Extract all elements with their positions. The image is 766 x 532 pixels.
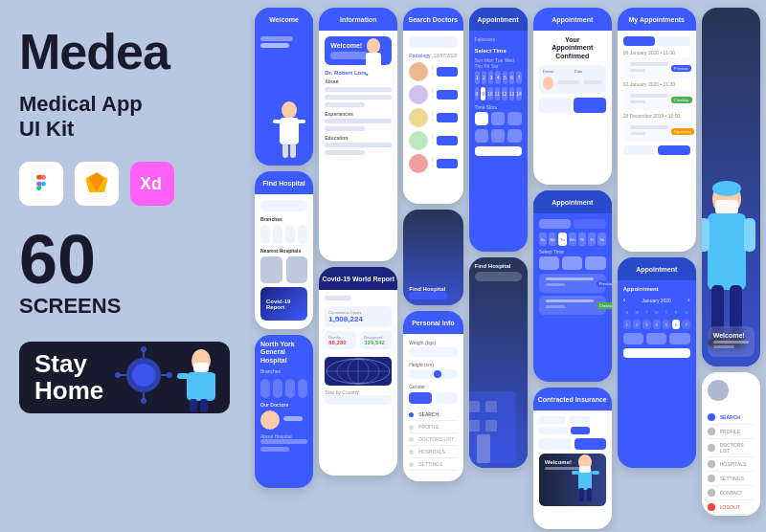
sidebar-doctorslist[interactable]: DOCTORS LIST: [708, 439, 755, 457]
day-10[interactable]: 10: [487, 87, 493, 100]
toggle-upcoming[interactable]: [539, 219, 572, 229]
day-12[interactable]: 12: [502, 87, 507, 100]
mini-day-3-active[interactable]: Tu: [558, 233, 566, 246]
svg-rect-52: [702, 218, 710, 252]
figma-icon[interactable]: [19, 162, 63, 206]
select-btn-b[interactable]: [437, 90, 458, 100]
slot-6[interactable]: [507, 129, 521, 143]
time-s1[interactable]: [623, 333, 643, 344]
svg-point-6: [132, 364, 155, 387]
mini-day-5[interactable]: Th: [578, 233, 586, 246]
left-panel: Medea Medical App UI Kit: [0, 0, 249, 532]
nearest-label: Nearest Hospitals: [260, 248, 307, 254]
toggle-past[interactable]: [574, 219, 606, 229]
sidebar-settings-menu[interactable]: SETTINGS: [708, 472, 755, 486]
day-11[interactable]: 11: [495, 87, 501, 100]
next-month-btn[interactable]: ›: [687, 296, 690, 304]
sidebar-search[interactable]: SEARCH: [708, 410, 755, 425]
svg-rect-38: [469, 420, 480, 432]
select-btn-a[interactable]: [437, 67, 458, 77]
cal-d1[interactable]: 1: [623, 320, 631, 329]
phone-appointment-blue: Appointment Followers Select Time Sun Mo…: [469, 8, 528, 252]
sidebar-contact[interactable]: CONTACT: [708, 486, 755, 500]
sidebar-logout[interactable]: LOGOUT: [708, 500, 755, 515]
country-search[interactable]: [325, 395, 392, 405]
day-8[interactable]: 8: [475, 87, 480, 100]
reschedule-btn[interactable]: [658, 145, 690, 155]
xd-icon[interactable]: Xd: [130, 162, 174, 206]
contact-btn[interactable]: [623, 145, 656, 155]
day-7[interactable]: 7: [516, 71, 521, 84]
day-6[interactable]: 6: [509, 71, 514, 84]
cal-fri: F: [672, 307, 680, 317]
confirm-appointment-btn[interactable]: [623, 348, 690, 358]
sidebar-profile[interactable]: PROFILE: [708, 425, 755, 439]
menu-settings[interactable]: SETTINGS: [409, 458, 457, 471]
select-btn-c[interactable]: [437, 113, 458, 122]
day-4[interactable]: 4: [495, 71, 500, 84]
stat-row: Deaths 88,280 Recovered 329,542: [325, 331, 392, 353]
weight-input[interactable]: [409, 347, 457, 357]
find-search[interactable]: [475, 272, 522, 281]
apply-btn[interactable]: [574, 438, 606, 450]
hospital-bg-illustration: [469, 372, 528, 468]
sketch-icon[interactable]: [75, 162, 119, 206]
day-2[interactable]: 2: [482, 71, 486, 84]
gender-female[interactable]: [435, 392, 458, 404]
slot-3[interactable]: [507, 112, 521, 125]
menu-doctors[interactable]: DOCTORS LIST: [409, 433, 457, 446]
appointment-btn[interactable]: [260, 53, 307, 62]
slot-5[interactable]: [491, 129, 505, 143]
svg-point-49: [712, 181, 741, 196]
mini-day-2[interactable]: Mo: [549, 233, 556, 246]
cal-d4[interactable]: 4: [653, 320, 661, 329]
slot-c[interactable]: [585, 256, 605, 270]
day-3[interactable]: 3: [488, 71, 493, 84]
slot-b[interactable]: [562, 256, 582, 270]
cal-d6-active[interactable]: 6: [672, 320, 680, 329]
slot-2[interactable]: [491, 112, 505, 125]
select-btn-d[interactable]: [437, 136, 458, 145]
past-tab[interactable]: [658, 36, 690, 46]
cal-d2[interactable]: 2: [633, 320, 641, 329]
filter-btn[interactable]: [539, 438, 571, 450]
time-s3[interactable]: [669, 333, 689, 344]
menu-hospitals[interactable]: HOSPITALS: [409, 446, 457, 458]
phone-header-col3-1: Search Doctors: [403, 8, 462, 31]
slot-1[interactable]: [475, 112, 488, 125]
menu-profile[interactable]: PROFILE: [409, 421, 457, 433]
slot-4[interactable]: [475, 129, 488, 143]
day-5[interactable]: 5: [503, 71, 507, 84]
search-bar[interactable]: [260, 200, 307, 211]
hospital-subtitle: Branches: [260, 368, 307, 374]
gender-male[interactable]: [409, 392, 432, 404]
phone-content-confirmed: YourAppointmentConfirmed Doctor Date: [533, 31, 612, 185]
make-appointment-btn[interactable]: [475, 146, 522, 156]
mini-cal-strip: Su Mo Tu We Th Fr Sa: [539, 233, 606, 246]
day-13[interactable]: 13: [509, 87, 515, 100]
select-btn-e[interactable]: [437, 159, 458, 168]
menu-search[interactable]: SEARCH: [409, 409, 457, 421]
height-slider[interactable]: [409, 369, 457, 379]
mini-day-6[interactable]: Fr: [588, 233, 596, 246]
search-specialty[interactable]: [409, 36, 457, 48]
mini-day-7[interactable]: Sa: [597, 233, 605, 246]
day-9-active[interactable]: 9: [481, 87, 485, 100]
day-1[interactable]: 1: [475, 71, 480, 84]
phone-header-2: Find Hospital: [255, 171, 313, 194]
sidebar-hospitals-menu[interactable]: HOSPITALS: [708, 457, 755, 472]
slot-a[interactable]: [539, 256, 559, 270]
branch-icon-c: [285, 379, 295, 398]
phone-welcome: Welcome: [255, 8, 313, 166]
upcoming-tab[interactable]: [623, 36, 656, 46]
cal-tue: T: [642, 307, 650, 317]
explore-btn[interactable]: [409, 292, 447, 299]
time-s2[interactable]: [646, 333, 666, 344]
mini-day-4[interactable]: We: [569, 233, 576, 246]
day-14[interactable]: 14: [516, 87, 522, 100]
cal-d7[interactable]: 7: [682, 320, 689, 329]
cal-d3[interactable]: 3: [642, 320, 650, 329]
cal-d5[interactable]: 5: [663, 320, 670, 329]
sidebar-settings-label: SETTINGS: [720, 476, 744, 481]
mini-day-1[interactable]: Su: [539, 233, 547, 246]
